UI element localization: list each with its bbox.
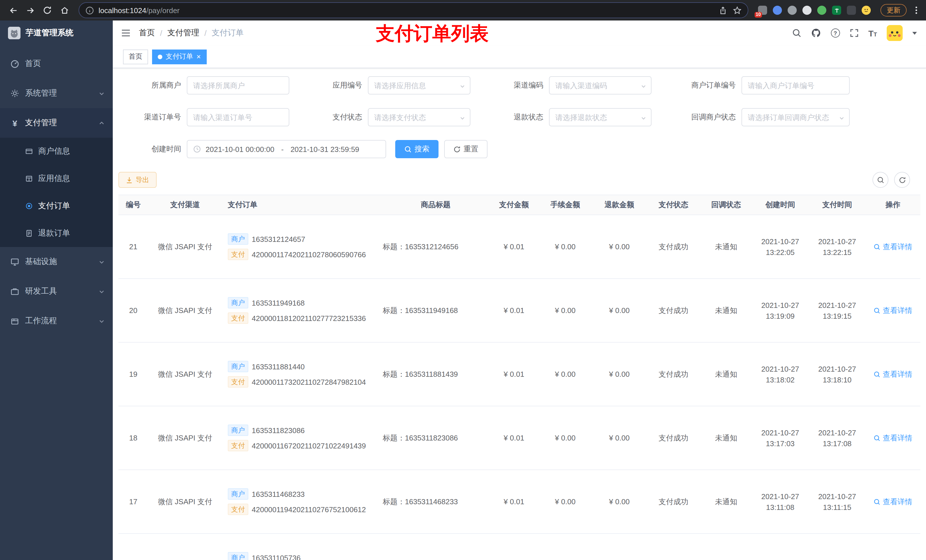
merchant-order-line: 商户 163531105736 <box>228 552 301 560</box>
extension-light-icon[interactable] <box>802 5 812 15</box>
browser-update-button[interactable]: 更新 <box>881 4 906 17</box>
view-detail-link[interactable]: 查看详情 <box>874 433 912 443</box>
merchant-order-no: 163531105736 <box>252 554 301 560</box>
cell-product-title: 标题：1635311949168 <box>381 279 490 342</box>
merchant-order-no: 1635311881440 <box>252 362 305 371</box>
sidebar-item-system[interactable]: 系统管理 <box>0 78 113 108</box>
merchant-order-line: 商户 1635311468233 <box>228 488 305 500</box>
sidebar-item-workflow[interactable]: 工作流程 <box>0 306 113 336</box>
collapse-sidebar-icon[interactable] <box>121 28 131 38</box>
pay-order-line: 支付 4200001181202110277723215336 <box>228 312 366 324</box>
app-id-select[interactable] <box>368 76 471 95</box>
breadcrumb-home[interactable]: 首页 <box>139 28 155 38</box>
create-time-range-picker[interactable]: 2021-10-01 00:00:00 - 2021-10-31 23:59:5… <box>187 140 386 158</box>
payment-submenu: 商户信息 应用信息 支付订单 <box>0 138 113 247</box>
forward-icon[interactable] <box>23 3 38 18</box>
col-id: 编号 <box>118 195 148 214</box>
back-icon[interactable] <box>6 3 21 18</box>
table-row: 20 微信 JSAPI 支付 商户 1635311949168 支付 42000… <box>118 279 920 343</box>
search-icon[interactable] <box>792 29 801 38</box>
sidebar-item-refund-order[interactable]: 退款订单 <box>0 220 113 247</box>
caret-down-icon[interactable] <box>912 32 917 35</box>
view-detail-link[interactable]: 查看详情 <box>874 497 912 507</box>
extension-puzzle-icon[interactable]: 10 <box>757 5 768 15</box>
sidebar-menu: 首页 系统管理 ¥ 支付管理 <box>0 45 113 336</box>
toolbox-icon <box>10 287 20 296</box>
cell-refund-amount: ¥ 0.00 <box>592 406 646 469</box>
cell-action: 查看详情 <box>865 215 920 278</box>
cell-pay-order: 商户 1635311823086 支付 42000011672021102710… <box>222 406 381 469</box>
url-path: /pay/order <box>146 6 180 15</box>
pay-status-select[interactable] <box>368 108 471 126</box>
merchant-tag: 商户 <box>228 361 248 372</box>
merchant-input[interactable] <box>187 76 289 95</box>
dashboard-icon <box>10 59 20 68</box>
close-tab-icon[interactable]: × <box>197 53 201 60</box>
sidebar-item-app-info[interactable]: 应用信息 <box>0 165 113 192</box>
tab-pay-order[interactable]: 支付订单 × <box>152 49 206 64</box>
extension-grey-icon[interactable] <box>787 5 797 15</box>
font-size-icon[interactable]: TT <box>868 29 877 37</box>
extension-emoji-icon[interactable] <box>861 5 872 15</box>
channel-order-no-input[interactable] <box>187 108 289 126</box>
grid-icon <box>25 175 33 183</box>
bank-card-icon <box>25 147 33 155</box>
sidebar-item-dev-tools[interactable]: 研发工具 <box>0 276 113 306</box>
toggle-search-button[interactable] <box>873 172 888 188</box>
search-button[interactable]: 搜索 <box>395 140 439 158</box>
table-row: 19 微信 JSAPI 支付 商户 1635311881440 支付 42000… <box>118 343 920 406</box>
extension-blue-icon[interactable] <box>772 5 782 15</box>
chevron-up-icon <box>98 120 105 126</box>
cell-create-time: 2021-10-2713:11:08 <box>752 470 809 533</box>
share-icon[interactable] <box>719 6 727 15</box>
bookmark-star-icon[interactable] <box>733 6 741 15</box>
tab-home[interactable]: 首页 <box>123 49 148 64</box>
document-icon <box>25 229 33 237</box>
sidebar-item-payment[interactable]: ¥ 支付管理 <box>0 108 113 138</box>
url-bar[interactable]: localhost:1024/pay/order <box>79 2 748 18</box>
cell-create-time: 2021-10-2713:19:09 <box>752 279 809 342</box>
view-detail-link[interactable]: 查看详情 <box>874 242 912 252</box>
browser-menu-icon[interactable] <box>912 6 920 15</box>
cell-pay-status: 支付成功 <box>646 343 701 406</box>
top-navbar: 首页 / 支付管理 / 支付订单 支付订单列表 ? <box>113 21 926 45</box>
help-icon[interactable]: ? <box>831 29 840 38</box>
extension-dark-puzzle-icon[interactable] <box>846 5 856 15</box>
breadcrumb-pay-mgmt[interactable]: 支付管理 <box>168 28 199 38</box>
site-info-icon[interactable] <box>85 6 94 15</box>
fullscreen-icon[interactable] <box>849 29 858 38</box>
reset-button[interactable]: 重置 <box>444 140 487 158</box>
callback-status-select[interactable] <box>741 108 850 126</box>
view-detail-link[interactable]: 查看详情 <box>874 305 912 315</box>
cell-notify-status: 未通知 <box>701 279 752 342</box>
channel-code-select[interactable] <box>549 76 652 95</box>
gear-icon <box>10 89 20 98</box>
reload-icon[interactable] <box>40 3 54 18</box>
home-icon[interactable] <box>57 3 72 18</box>
pay-order-line: 支付 4200001194202110276752100612 <box>228 504 366 515</box>
extension-green-icon[interactable] <box>817 5 827 15</box>
pay-status-label: 支付状态 <box>300 112 368 122</box>
export-button[interactable]: 导出 <box>118 172 157 188</box>
github-icon[interactable] <box>811 28 821 38</box>
merchant-order-no-label: 商户订单编号 <box>662 80 741 91</box>
refresh-table-button[interactable] <box>894 172 910 188</box>
sidebar-item-merchant-info[interactable]: 商户信息 <box>0 138 113 165</box>
sidebar-item-infra[interactable]: 基础设施 <box>0 247 113 276</box>
cell-id: 19 <box>118 343 148 406</box>
logo-image <box>8 27 21 39</box>
app-logo[interactable]: 芋道管理系统 <box>0 21 113 45</box>
sidebar-item-pay-order[interactable]: 支付订单 <box>0 192 113 220</box>
cell-pay-time <box>809 534 865 560</box>
extension-book-icon[interactable] <box>831 5 842 15</box>
merchant-order-no-input[interactable] <box>741 76 850 95</box>
cell-id: 17 <box>118 470 148 533</box>
date-start-value: 2021-10-01 00:00:00 <box>206 145 274 153</box>
cell-product-title: 标题：1635312124656 <box>381 215 490 278</box>
cell-pay-channel <box>148 534 222 560</box>
sidebar-item-home[interactable]: 首页 <box>0 49 113 78</box>
avatar[interactable] <box>887 25 903 41</box>
table-settings <box>873 172 910 188</box>
refund-status-select[interactable] <box>549 108 652 126</box>
view-detail-link[interactable]: 查看详情 <box>874 369 912 379</box>
